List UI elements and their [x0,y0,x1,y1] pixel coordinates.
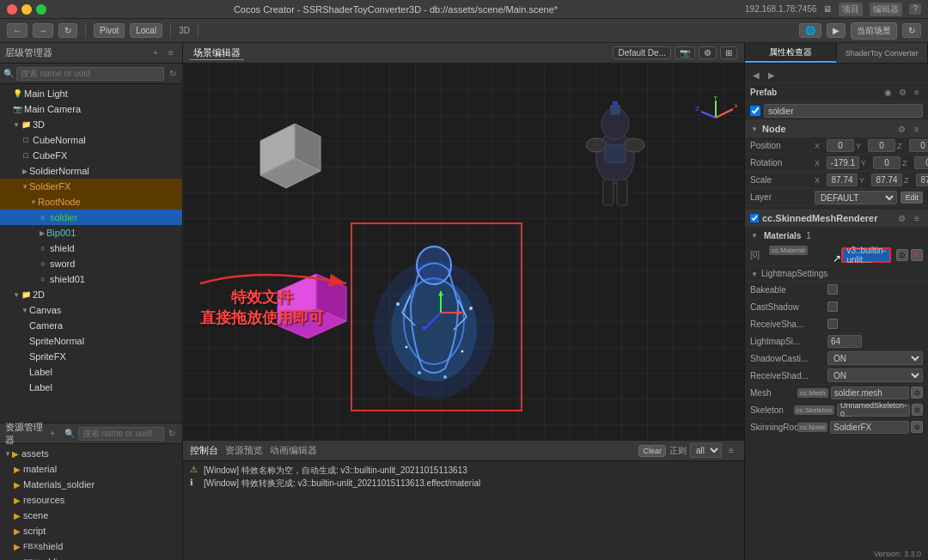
animation-tab[interactable]: 动画编辑器 [270,444,317,457]
lightmap-section-header[interactable]: ▼ LightmapSettings [745,266,928,282]
position-y-input[interactable] [868,139,895,152]
mesh-value[interactable]: soldier.mesh [831,387,909,399]
receiveshad2-select[interactable]: ON [827,368,923,382]
tree-item-cubenormal[interactable]: □ CubeNormal [0,132,182,148]
inspector-next-btn[interactable]: ▶ [766,69,778,81]
node-settings-btn[interactable]: ⚙ [895,123,907,135]
tree-item-spritefx[interactable]: SpriteFX [0,349,182,364]
mat-clear-btn[interactable]: ✕ [911,249,923,261]
asset-search-input[interactable] [78,427,164,441]
tree-item-soldierfx[interactable]: ▼ SoldierFX [0,179,182,194]
asset-item-scene[interactable]: ▶ scene [0,508,182,523]
skinned-mesh-checkbox[interactable] [750,214,759,222]
smr-settings-btn[interactable]: ⚙ [895,212,907,224]
tree-item-cubefx[interactable]: □ CubeFX [0,148,182,163]
asset-item-script[interactable]: ▶ script [0,523,182,539]
mesh-link-btn[interactable]: ⊙ [911,387,923,399]
receiveshadow-checkbox[interactable] [827,319,838,329]
position-x-input[interactable] [827,139,854,152]
prefab-locate-btn[interactable]: ◉ [882,87,894,99]
asset-item-soldier-folder[interactable]: ▶ FBX soldier [0,554,182,560]
scene-settings-btn[interactable]: ⚙ [699,46,717,59]
node-section-header[interactable]: ▼ Node ⚙ ≡ [745,120,928,137]
tree-item-rootnode[interactable]: ▼ RootNode [0,194,182,210]
tree-item-label2[interactable]: Label [0,380,182,395]
skinningroot-value[interactable]: SoldierFX [830,421,909,434]
rotation-y-input[interactable] [873,156,901,169]
toolbar-scene-refresh-btn[interactable]: ↻ [902,23,921,38]
log-filter-select[interactable]: all [690,443,722,458]
tree-item-soldiernormal[interactable]: ▶ SoldierNormal [0,163,182,179]
skinned-mesh-header[interactable]: cc.SkinnedMeshRenderer ⚙ ≡ [745,210,928,227]
hierarchy-search-input[interactable] [16,67,164,81]
layer-edit-btn[interactable]: Edit [901,192,923,204]
toolbar-play-btn[interactable]: ▶ [827,23,846,38]
hierarchy-add-btn[interactable]: + [150,47,162,59]
console-clear-btn[interactable]: Clear [638,445,666,457]
smr-menu-btn[interactable]: ≡ [911,212,923,224]
minimize-button[interactable] [21,4,32,15]
toolbar-refresh-btn[interactable]: ↻ [58,23,77,38]
project-button[interactable]: 项目 [839,3,863,16]
castshadow-checkbox[interactable] [827,301,838,312]
console-tab[interactable]: 控制台 [190,444,218,457]
close-button[interactable] [7,4,17,15]
help-button[interactable]: ? [909,3,921,15]
scene-grid-btn[interactable]: ⊞ [720,46,737,59]
tree-item-3d[interactable]: ▼ 📁 3D [0,117,182,132]
tree-item-shield01[interactable]: ○ shield01 [0,271,182,287]
inspector-prev-btn[interactable]: ◀ [750,69,762,81]
tree-item-camera2d[interactable]: Camera [0,318,182,333]
prefab-checkbox[interactable] [750,106,760,116]
rotation-z-input[interactable] [914,156,928,169]
asset-add-btn[interactable]: + [47,428,57,440]
tree-item-bip001[interactable]: ▶ Bip001 [0,225,182,240]
scale-x-input[interactable] [827,173,858,186]
scale-z-input[interactable] [916,173,928,186]
skeleton-link-btn[interactable]: ⊙ [912,404,923,416]
position-z-input[interactable] [909,139,928,152]
asset-preview-tab[interactable]: 资源预览 [225,444,263,457]
tree-item-spritenormal[interactable]: SpriteNormal [0,333,182,349]
tree-item-sword[interactable]: ○ sword [0,256,182,271]
window-controls[interactable] [7,4,46,15]
scale-y-input[interactable] [871,173,902,186]
tree-item-canvas[interactable]: ▼ Canvas [0,302,182,318]
console-menu-btn[interactable]: ≡ [725,445,737,457]
shadertoy-tab[interactable]: ShaderToy Converter [837,43,929,63]
skinningroot-link-btn[interactable]: ⊙ [911,421,923,433]
tree-item-label1[interactable]: Label [0,364,182,380]
shadowcasting-select[interactable]: ON [827,351,923,365]
skeleton-value[interactable]: UnnamedSkeleton-0... [837,404,910,417]
layer-select[interactable]: DEFAULT [815,191,897,204]
scene-camera-btn[interactable]: 📷 [675,46,695,59]
tree-item-main-camera[interactable]: 📷 Main Camera [0,101,182,117]
default-view-btn[interactable]: Default De... [613,46,671,59]
toolbar-back-btn[interactable]: ← [7,23,27,38]
prefab-settings-btn[interactable]: ⚙ [896,87,908,99]
rotation-x-input[interactable] [827,156,859,169]
tree-item-main-light[interactable]: 💡 Main Light [0,86,182,101]
mat-value-input[interactable]: v3::builtin-unlit.... [841,247,891,263]
hierarchy-menu-btn[interactable]: ≡ [165,47,177,59]
asset-item-materials-soldier[interactable]: ▶ Materials_soldier [0,477,182,492]
tree-item-2d[interactable]: ▼ 📁 2D [0,287,182,302]
toolbar-globe-btn[interactable]: 🌐 [799,23,821,38]
mat-locate-btn[interactable]: ⊙ [896,249,908,261]
tree-item-shield[interactable]: ○ shield [0,240,182,256]
inspector-tab[interactable]: 属性检查器 [745,43,837,63]
maximize-button[interactable] [36,4,46,15]
toolbar-local-btn[interactable]: Local [130,23,162,38]
tree-item-soldier[interactable]: ○ soldier [0,210,182,225]
toolbar-pivot-btn[interactable]: Pivot [94,23,125,38]
asset-item-material[interactable]: ▶ material [0,461,182,477]
asset-item-shield-folder[interactable]: ▶ FBX shield [0,539,182,554]
editor-button[interactable]: 编辑器 [870,3,902,16]
asset-item-resources[interactable]: ▶ resources [0,492,182,508]
scene-tab-editor[interactable]: 场景编辑器 [190,46,244,60]
prefab-name-input[interactable] [764,104,923,118]
node-menu-btn[interactable]: ≡ [911,123,923,135]
asset-refresh-btn[interactable]: ↻ [168,428,177,440]
toolbar-forward-btn[interactable]: → [33,23,53,38]
toolbar-scene-btn[interactable]: 当前场景 [851,22,897,40]
